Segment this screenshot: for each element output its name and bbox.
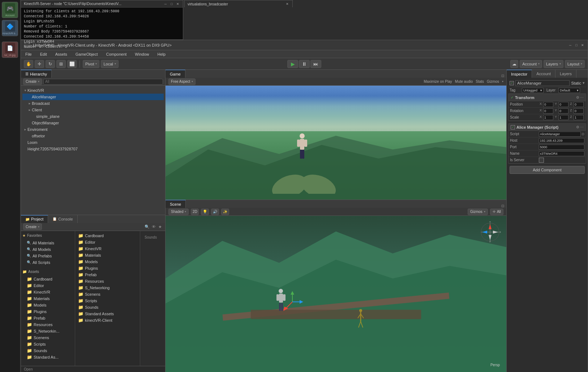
asset-tree-snetworking[interactable]: 📁 S_Networking	[77, 285, 138, 291]
game-gizmos[interactable]: Gizmos	[487, 80, 499, 84]
hierarchy-item-simple-plane[interactable]: simple_plane	[22, 113, 164, 120]
asset-tree-resources[interactable]: 📁 Resources	[77, 278, 138, 285]
mute-audio[interactable]: Mute audio	[455, 80, 473, 84]
taskbar-icon-3[interactable]: 📄 tut_16.jpg	[2, 42, 18, 58]
transform-more[interactable]: ⋯	[580, 95, 584, 99]
asset-tree-plugins[interactable]: 📁 Plugins	[77, 265, 138, 271]
stats-btn[interactable]: Stats	[476, 80, 484, 84]
asset-folder-resources[interactable]: 📁 Resources	[22, 321, 73, 328]
scene-lights[interactable]: 💡	[201, 209, 209, 215]
fav-all-prefabs[interactable]: 🔍 All Prefabs	[22, 253, 73, 259]
asset-tree-materials[interactable]: 📁 Materials	[77, 252, 138, 258]
scene-audio[interactable]: 🔊	[211, 209, 219, 215]
pos-y-value[interactable]: 0	[558, 102, 568, 107]
toolbar-scale[interactable]: ⊞	[56, 60, 66, 68]
asset-folder-kinetvr[interactable]: 📁 KinectVR	[22, 289, 73, 295]
cloud-icon[interactable]: ☁	[510, 60, 518, 68]
hierarchy-item-kinetvr[interactable]: ▼ KinectVR	[22, 87, 164, 94]
pause-button[interactable]: ⏸	[299, 60, 310, 68]
asset-folder-scenens[interactable]: 📁 Scenens	[22, 334, 73, 341]
menu-assets[interactable]: Assets	[54, 51, 69, 57]
static-dropdown[interactable]: ▾	[583, 81, 585, 85]
hierarchy-item-loom[interactable]: Loom	[22, 139, 164, 146]
toolbar-account[interactable]: Account ▾	[520, 60, 542, 68]
asset-folder-editor[interactable]: 📁 Editor	[22, 282, 73, 289]
tag-dropdown[interactable]: Untagged ▾	[522, 88, 544, 93]
toolbar-move[interactable]: ✛	[35, 60, 44, 68]
toolbar-layers[interactable]: Layers ▾	[544, 60, 563, 68]
pos-z-value[interactable]: 0	[574, 102, 584, 107]
layer-dropdown[interactable]: Default ▾	[558, 88, 580, 93]
fav-all-models[interactable]: 🔍 All Models	[22, 246, 73, 253]
project-tab[interactable]: 📁 Project	[21, 215, 48, 223]
unity-controls[interactable]: ─ □ ✕	[568, 43, 585, 47]
menu-edit[interactable]: Edit	[39, 51, 48, 57]
asset-folder-prefab[interactable]: 📁 Prefab	[22, 315, 73, 321]
asset-tree-scenens[interactable]: 📁 Scenens	[77, 291, 138, 298]
script-settings[interactable]: ⚙	[576, 125, 579, 129]
scene-gizmos[interactable]: Gizmos ▾	[468, 209, 488, 215]
tab-inspector[interactable]: Inspector	[507, 70, 532, 78]
scene-shaded[interactable]: Shaded ▾	[168, 209, 189, 215]
object-active-checkbox[interactable]: ✓	[510, 81, 514, 85]
asset-tree-kinetvr[interactable]: 📁 KinectVR	[77, 245, 138, 252]
fav-all-materials[interactable]: 🔍 All Materials	[22, 240, 73, 246]
tab-account[interactable]: Account	[532, 70, 555, 78]
project-search-icon[interactable]: 🔍	[144, 224, 150, 230]
scale-x-value[interactable]: 1	[543, 115, 553, 120]
asset-tree-kinetvrclient[interactable]: 📁 kinectVR-Client	[77, 317, 138, 324]
project-star-icon[interactable]: ★	[157, 224, 163, 230]
asset-tree-cardboard[interactable]: 📁 Cardboard	[77, 232, 138, 239]
toolbar-hand[interactable]: ✋	[24, 60, 33, 68]
asset-tree-prefab[interactable]: 📁 Prefab	[77, 271, 138, 278]
scale-z-value[interactable]: 1	[574, 115, 584, 120]
toolbar-pivot[interactable]: Pivot ▾	[83, 60, 99, 68]
broadcaster-close[interactable]: ✕	[285, 2, 289, 6]
hierarchy-item-enviroment[interactable]: ► Enviroment	[22, 126, 164, 133]
host-value[interactable]: 192.168.43.209	[539, 138, 584, 143]
script-more[interactable]: ⋯	[580, 125, 584, 129]
hierarchy-item-client[interactable]: ► Client	[22, 107, 164, 113]
script-check[interactable]: ✓	[511, 125, 515, 129]
menu-help[interactable]: Help	[156, 51, 167, 57]
menu-component[interactable]: Component	[104, 51, 128, 57]
unity-close[interactable]: ✕	[580, 43, 585, 47]
isserver-checkbox[interactable]	[539, 158, 544, 163]
rot-z-value[interactable]: 0	[574, 108, 584, 114]
hierarchy-item-alicemanager[interactable]: AliceManager	[22, 94, 164, 100]
scene-collapse-icon[interactable]: ⊡	[501, 204, 504, 208]
broadcaster-controls[interactable]: ✕	[285, 2, 289, 6]
menu-gameobject[interactable]: GameObject	[74, 51, 99, 57]
rot-x-value[interactable]: 0	[543, 108, 553, 114]
toolbar-rect[interactable]: ⬜	[67, 60, 77, 68]
asset-tree-scripts[interactable]: 📁 Scripts	[77, 298, 138, 304]
console-tab[interactable]: 📋 Console	[48, 215, 77, 223]
name-value[interactable]: x3TWwOR4	[539, 151, 584, 156]
pos-x-value[interactable]: 0	[543, 102, 553, 107]
object-name-input[interactable]	[515, 80, 570, 86]
asset-folder-standard[interactable]: 📁 Standard As...	[22, 354, 73, 360]
hierarchy-item-objectmanager[interactable]: ObjectManager	[22, 120, 164, 126]
script-value[interactable]: AliceManager	[539, 132, 581, 137]
unity-minimize[interactable]: ─	[568, 43, 572, 47]
project-create[interactable]: Create ▾	[23, 223, 42, 230]
scene-fx[interactable]: ✨	[221, 209, 229, 215]
play-button[interactable]: ▶	[287, 60, 298, 68]
taskbar-icon-2[interactable]: 🔷 KinectVR-b...	[2, 20, 18, 36]
asset-folder-snetworking[interactable]: 📁 S_Networkin...	[22, 328, 73, 334]
hierarchy-item-broadcast[interactable]: ► Broadcast	[22, 100, 164, 107]
terminal-minimize[interactable]: ─	[163, 2, 168, 6]
asset-folder-sounds[interactable]: 📁 Sounds	[22, 347, 73, 354]
fav-all-scripts[interactable]: 🔍 All Scripts	[22, 259, 73, 266]
terminal-close[interactable]: ✕	[176, 2, 180, 6]
toolbar-layout[interactable]: Layout ▾	[565, 60, 585, 68]
asset-folder-plugins[interactable]: 📁 Plugins	[22, 308, 73, 315]
script-obj-icon[interactable]: ⊙	[581, 132, 584, 136]
unity-maximize[interactable]: □	[574, 43, 579, 47]
menu-window[interactable]: Window	[133, 51, 150, 57]
transform-settings[interactable]: ⚙	[576, 95, 579, 99]
asset-folder-scripts[interactable]: 📁 Scripts	[22, 341, 73, 347]
scene-2d[interactable]: 2D	[191, 209, 199, 215]
maximize-on-play[interactable]: Maximize on Play	[424, 80, 452, 84]
scene-tab[interactable]: Scene	[166, 200, 186, 208]
